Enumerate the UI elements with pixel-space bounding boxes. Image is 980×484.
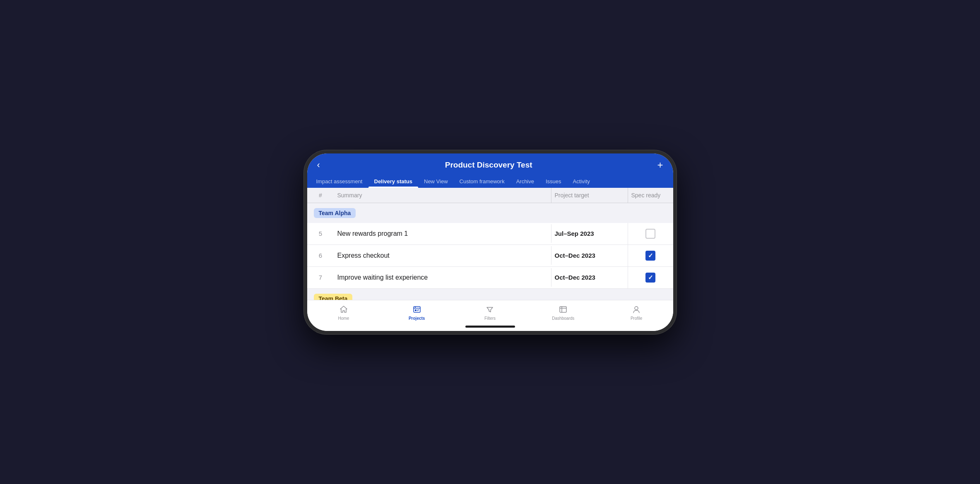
spec-ready-checkbox[interactable]	[645, 251, 655, 261]
filters-icon	[486, 305, 494, 315]
svg-rect-6	[560, 307, 566, 312]
col-summary: Summary	[334, 188, 551, 203]
row-spec-ready[interactable]	[628, 223, 673, 244]
row-project-target: Jul–Sep 2023	[551, 224, 628, 243]
svg-point-9	[635, 307, 638, 310]
row-spec-ready[interactable]	[628, 245, 673, 266]
column-headers: # Summary Project target Spec ready	[307, 188, 673, 203]
row-project-target: Oct–Dec 2023	[551, 246, 628, 265]
nav-projects[interactable]: Projects	[380, 304, 453, 322]
home-bar	[465, 326, 515, 328]
bottom-navigation: Home Projects	[307, 300, 673, 324]
add-button[interactable]: +	[657, 159, 663, 171]
tab-delivery-status[interactable]: Delivery status	[368, 175, 419, 188]
table-row[interactable]: 5 New rewards program 1 Jul–Sep 2023	[307, 223, 673, 245]
table-area: # Summary Project target Spec ready Team…	[307, 188, 673, 300]
col-hash: #	[307, 188, 334, 203]
spec-ready-checkbox[interactable]	[645, 229, 655, 239]
team-alpha-badge: Team Alpha	[314, 208, 356, 218]
row-summary: Improve waiting list experience	[334, 268, 551, 287]
home-icon	[340, 305, 348, 315]
row-project-target: Oct–Dec 2023	[551, 268, 628, 287]
nav-filters[interactable]: Filters	[453, 304, 527, 322]
nav-dashboards[interactable]: Dashboards	[527, 304, 600, 322]
tab-issues[interactable]: Issues	[540, 175, 567, 188]
dashboards-icon	[559, 305, 567, 315]
row-number: 5	[307, 224, 334, 243]
tab-activity[interactable]: Activity	[567, 175, 596, 188]
profile-icon	[632, 305, 640, 315]
row-summary: Express checkout	[334, 246, 551, 265]
nav-home[interactable]: Home	[307, 304, 380, 322]
table-row[interactable]: 6 Express checkout Oct–Dec 2023	[307, 245, 673, 267]
row-spec-ready[interactable]	[628, 267, 673, 288]
row-number: 6	[307, 246, 334, 265]
tab-navigation: Impact assessment Delivery status New Vi…	[307, 175, 673, 188]
spec-ready-checkbox[interactable]	[645, 273, 655, 283]
nav-projects-label: Projects	[409, 316, 425, 321]
phone-inner: ‹ Product Discovery Test + Impact assess…	[307, 153, 673, 331]
page-title: Product Discovery Test	[320, 161, 657, 170]
svg-rect-3	[415, 309, 417, 311]
col-spec-ready: Spec ready	[628, 188, 673, 203]
nav-filters-label: Filters	[484, 316, 496, 321]
team-beta-badge: Team Beta	[314, 294, 353, 300]
group-alpha-header: Team Alpha	[307, 203, 673, 223]
nav-profile[interactable]: Profile	[600, 304, 673, 322]
row-summary: New rewards program 1	[334, 224, 551, 243]
nav-profile-label: Profile	[631, 316, 642, 321]
table-row[interactable]: 7 Improve waiting list experience Oct–De…	[307, 267, 673, 289]
tab-impact-assessment[interactable]: Impact assessment	[311, 175, 368, 188]
app-header: ‹ Product Discovery Test + Impact assess…	[307, 153, 673, 188]
row-number: 7	[307, 268, 334, 287]
phone-frame: ‹ Product Discovery Test + Impact assess…	[304, 150, 677, 334]
tab-archive[interactable]: Archive	[510, 175, 540, 188]
group-beta-header: Team Beta	[307, 289, 673, 300]
back-button[interactable]: ‹	[317, 161, 320, 170]
col-project-target: Project target	[551, 188, 628, 203]
nav-dashboards-label: Dashboards	[552, 316, 574, 321]
header-top: ‹ Product Discovery Test +	[307, 153, 673, 175]
home-indicator	[307, 324, 673, 331]
tab-custom-framework[interactable]: Custom framework	[454, 175, 510, 188]
tab-new-view[interactable]: New View	[418, 175, 454, 188]
projects-icon	[413, 305, 421, 315]
svg-rect-0	[414, 307, 420, 312]
nav-home-label: Home	[338, 316, 349, 321]
